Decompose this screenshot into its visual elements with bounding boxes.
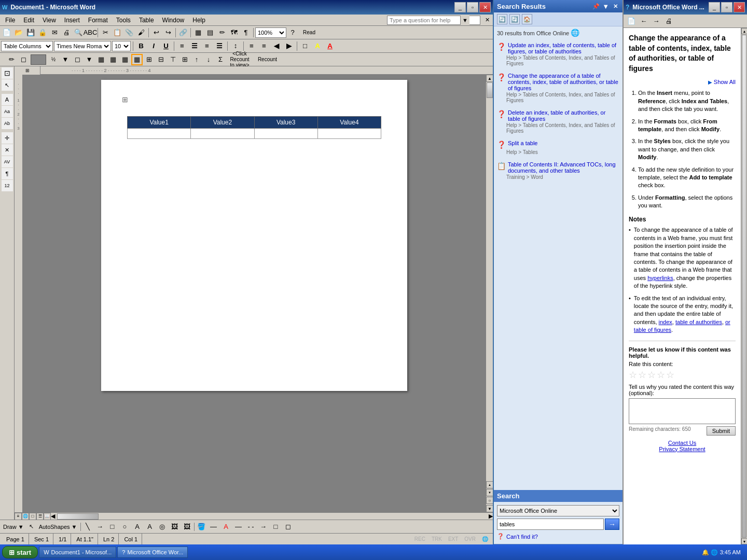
table-cell-1-3[interactable] bbox=[254, 129, 317, 139]
star-2[interactable]: ☆ bbox=[638, 369, 646, 381]
eraser-btn[interactable]: ◻ bbox=[18, 54, 29, 65]
para-btn[interactable]: ¶ bbox=[2, 168, 13, 179]
minimize-button[interactable]: _ bbox=[454, 2, 466, 12]
sort-asc-btn[interactable]: ↑ bbox=[191, 54, 202, 65]
line-spacing-btn[interactable]: ↕ bbox=[230, 41, 241, 51]
help-btn[interactable]: ? bbox=[287, 27, 298, 38]
privacy-link[interactable]: Privacy Statement bbox=[629, 446, 736, 452]
star-5[interactable]: ☆ bbox=[666, 369, 674, 381]
draw-table-btn[interactable]: ✏ bbox=[6, 54, 17, 65]
scroll-thumb[interactable] bbox=[487, 82, 493, 98]
highlight-btn[interactable]: A bbox=[312, 41, 323, 51]
draw-line-style-btn[interactable]: ― bbox=[233, 521, 244, 533]
style-select[interactable]: Table Columns bbox=[1, 41, 53, 51]
permissions-btn[interactable]: 🔒 bbox=[37, 27, 48, 38]
draw-oval-btn[interactable]: ○ bbox=[119, 521, 131, 533]
star-4[interactable]: ☆ bbox=[657, 369, 665, 381]
table-selected-btn[interactable]: ▦ bbox=[131, 54, 143, 65]
av-btn[interactable]: AV bbox=[2, 156, 13, 167]
help-search-box[interactable]: ▼ bbox=[387, 16, 480, 25]
contact-us-link[interactable]: Contact Us bbox=[629, 440, 736, 446]
home-btn[interactable]: 🏠 bbox=[522, 14, 532, 24]
bullets-btn[interactable]: ≡ bbox=[258, 41, 270, 51]
table-cell-1-4[interactable] bbox=[317, 129, 381, 139]
recount-action-btn[interactable]: Recount bbox=[253, 54, 282, 65]
shape-btn[interactable]: ◻ bbox=[72, 54, 83, 65]
search-results-close[interactable]: ✕ bbox=[611, 2, 619, 10]
save-btn[interactable]: 💾 bbox=[25, 27, 36, 38]
menu-insert[interactable]: Insert bbox=[60, 16, 84, 25]
font-select[interactable]: Times New Roman bbox=[54, 41, 111, 51]
oh-prev-btn[interactable]: 📄 bbox=[626, 16, 637, 27]
menu-tools[interactable]: Tools bbox=[112, 16, 135, 25]
draw-arrow-style-btn[interactable]: → bbox=[258, 521, 269, 533]
result-link-2[interactable]: ❓ Change the appearance of a table of co… bbox=[497, 73, 619, 91]
reading-view-btn[interactable]: 📖 bbox=[44, 513, 51, 520]
draw-wordart-btn[interactable]: A bbox=[144, 521, 156, 533]
hyperlink-btn[interactable]: 🔗 bbox=[177, 27, 189, 38]
search-source-select[interactable]: Microsoft Office Online bbox=[497, 505, 619, 516]
oh-scroll-up[interactable]: ▲ bbox=[741, 28, 747, 34]
cross-btn[interactable]: ✕ bbox=[2, 144, 13, 156]
highlight2-btn[interactable]: ▼ bbox=[60, 54, 71, 65]
normal-view-btn[interactable]: ≡ bbox=[15, 513, 22, 520]
help-search-input[interactable] bbox=[388, 17, 460, 23]
print-view-btn[interactable]: □ bbox=[29, 513, 36, 520]
text-btn[interactable]: A bbox=[2, 94, 13, 105]
start-button[interactable]: ⊞ start bbox=[2, 546, 38, 558]
preview-btn[interactable]: 🔍 bbox=[73, 27, 84, 38]
doc-page-area[interactable]: ⊞ Value1 Value2 Value3 Value4 bbox=[23, 75, 486, 512]
feedback-textarea[interactable] bbox=[629, 398, 736, 424]
taskbar-item-office[interactable]: ? Microsoft Office Wor... bbox=[117, 547, 188, 558]
bold-btn[interactable]: B bbox=[135, 41, 147, 51]
show-all-link[interactable]: Show All bbox=[629, 79, 736, 85]
align-center-btn[interactable]: ☰ bbox=[189, 41, 200, 51]
increase-indent-btn[interactable]: ▶ bbox=[283, 41, 295, 51]
decrease-indent-btn[interactable]: ◀ bbox=[271, 41, 282, 51]
border-btn[interactable]: □ bbox=[299, 41, 311, 51]
oh-scroll-thumb[interactable] bbox=[742, 35, 746, 538]
oh-back-btn[interactable]: ← bbox=[638, 16, 649, 27]
email-btn[interactable]: ✉ bbox=[49, 27, 60, 38]
underline-btn[interactable]: U bbox=[160, 41, 172, 51]
oh-close-btn[interactable]: ✕ bbox=[734, 2, 745, 12]
fraction-btn[interactable]: ½ bbox=[48, 54, 59, 65]
draw-autoshapes-item[interactable]: AutoShapes ▼ bbox=[37, 522, 79, 532]
font-color-btn[interactable]: A bbox=[324, 41, 336, 51]
oh-scroll-down[interactable]: ▼ bbox=[741, 538, 747, 544]
submit-button[interactable]: Submit bbox=[707, 426, 736, 436]
num-btn[interactable]: 12 bbox=[2, 180, 13, 191]
draw-clipart-btn[interactable]: 🖼 bbox=[169, 521, 181, 533]
paste-btn[interactable]: 📎 bbox=[123, 27, 135, 38]
text2-btn[interactable]: Aa bbox=[2, 106, 13, 117]
draw-select-item[interactable]: ↖ bbox=[27, 522, 36, 532]
spell-btn[interactable]: ABC bbox=[85, 27, 96, 38]
help-search-arrow[interactable]: ▼ bbox=[460, 16, 469, 25]
pin-button[interactable]: 📌 bbox=[592, 2, 600, 10]
select-all-btn[interactable]: ⊡ bbox=[2, 67, 13, 79]
scroll-down-arrow[interactable]: ▼ bbox=[486, 505, 493, 512]
help-close-btn[interactable]: ✕ bbox=[482, 16, 492, 25]
oh-restore-btn[interactable]: ▫ bbox=[721, 2, 732, 12]
menu-format[interactable]: Format bbox=[84, 16, 112, 25]
scroll-up-arrow[interactable]: ▲ bbox=[486, 75, 493, 82]
show-para-btn[interactable]: ¶ bbox=[240, 27, 252, 38]
cursor-btn[interactable]: ↖ bbox=[2, 79, 13, 91]
text3-btn[interactable]: Ab bbox=[2, 118, 13, 129]
cant-find-link[interactable]: ❓ Can't find it? bbox=[497, 532, 619, 541]
outline-view-btn[interactable]: ☰ bbox=[36, 513, 44, 520]
back-btn[interactable]: 🔄 bbox=[497, 14, 507, 24]
new-doc-btn[interactable]: 📄 bbox=[1, 27, 12, 38]
scroll-right-arrow[interactable]: ▶ bbox=[489, 513, 493, 520]
menu-table[interactable]: Table bbox=[135, 16, 158, 25]
taskbar-item-word[interactable]: W Document1 - Microsof... bbox=[39, 547, 116, 558]
undo-btn[interactable]: ↩ bbox=[150, 27, 162, 38]
table-btn[interactable]: ▦ bbox=[192, 27, 204, 38]
insert-table-btn[interactable]: ▦ bbox=[95, 54, 107, 65]
copy-btn[interactable]: 📋 bbox=[112, 27, 123, 38]
draw-dash-btn[interactable]: - - bbox=[245, 521, 257, 533]
shape2-btn[interactable]: ▼ bbox=[84, 54, 95, 65]
move-btn[interactable]: ✛ bbox=[2, 132, 13, 144]
result-link-4[interactable]: ❓ Split a table bbox=[497, 140, 619, 149]
oh-minimize-btn[interactable]: _ bbox=[709, 2, 720, 12]
